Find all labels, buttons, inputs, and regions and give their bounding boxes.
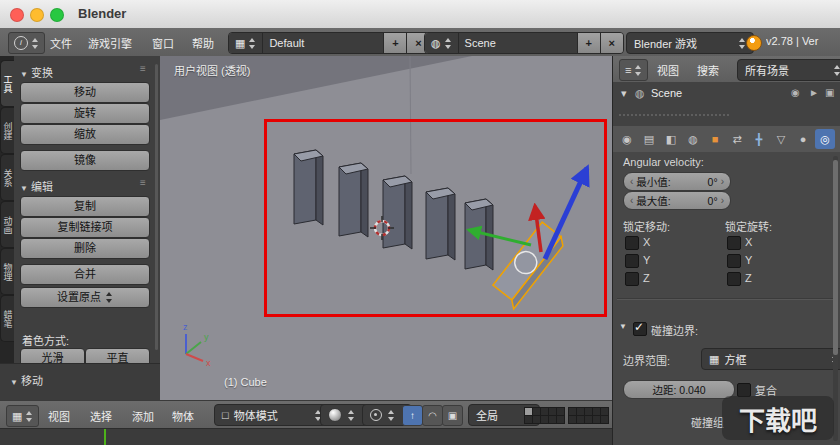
menu-outliner-view[interactable]: 视图 xyxy=(657,62,679,78)
panel-header-transform[interactable]: ▼变换 xyxy=(20,64,53,80)
mode-select[interactable]: □ 物体模式 xyxy=(214,404,330,426)
compound-checkbox[interactable] xyxy=(737,383,751,397)
scene-name[interactable]: Scene xyxy=(459,33,578,53)
duplicate-linked-button[interactable]: 复制链接项 xyxy=(20,217,150,238)
tab-object[interactable]: ■ xyxy=(705,129,725,149)
join-button[interactable]: 合并 xyxy=(20,264,150,285)
angular-velocity-max-field[interactable]: ‹ 最大值: 0° › xyxy=(623,191,731,210)
zoom-window-button[interactable] xyxy=(50,8,64,22)
lock-rot-z-checkbox[interactable] xyxy=(727,272,741,286)
lock-rot-y-checkbox[interactable] xyxy=(727,254,741,268)
manipulator-translate-toggle[interactable]: ↑ xyxy=(402,405,423,426)
tab-physics[interactable]: ◎ xyxy=(815,129,835,149)
close-window-button[interactable] xyxy=(10,8,24,22)
mirror-button[interactable]: 镜像 xyxy=(20,150,150,171)
add-layout-button[interactable]: + xyxy=(384,33,407,53)
axis-z-label: Z xyxy=(643,272,650,284)
lock-move-x-checkbox[interactable] xyxy=(625,236,639,250)
screen-layout-icon-segment[interactable]: ▦ xyxy=(229,33,263,53)
menu-add[interactable]: 添加 xyxy=(132,408,154,424)
panel-header-edit[interactable]: ▼编辑 xyxy=(20,178,53,194)
toolshelf-scrollbar[interactable] xyxy=(155,64,158,350)
redo-panel-header[interactable]: ▼移动 xyxy=(10,372,43,388)
layer-toggle[interactable] xyxy=(556,415,565,424)
lock-translation-label: 锁定移动: xyxy=(623,218,670,234)
tab-physics[interactable]: 物理 xyxy=(0,248,15,295)
tab-data[interactable]: ▽ xyxy=(771,129,791,149)
rotate-button[interactable]: 旋转 xyxy=(20,103,150,124)
increment-arrow-icon[interactable]: › xyxy=(721,176,724,187)
collision-bounds-checkbox[interactable]: ✓ xyxy=(633,322,647,336)
axis-x-label: X xyxy=(745,236,752,248)
delete-button[interactable]: 删除 xyxy=(20,238,150,259)
render-engine-select[interactable]: Blender 游戏 xyxy=(626,32,754,54)
editor-type-button-info[interactable]: i xyxy=(8,32,45,54)
tab-create[interactable]: 创建 xyxy=(0,107,15,154)
tab-render-layers[interactable]: ▤ xyxy=(639,129,659,149)
menu-window[interactable]: 窗口 xyxy=(152,35,174,51)
view-name-label: 用户视图 (透视) xyxy=(174,62,250,78)
manipulator-scale-toggle[interactable]: ▣ xyxy=(442,405,463,426)
editor-type-button-3dview[interactable]: ▦ xyxy=(6,405,39,427)
manipulator-rotate-toggle[interactable]: ◠ xyxy=(422,405,443,426)
increment-arrow-icon[interactable]: › xyxy=(721,195,724,206)
menu-object[interactable]: 物体 xyxy=(172,408,194,424)
add-scene-button[interactable]: + xyxy=(578,33,601,53)
collapse-icon: ▼ xyxy=(20,70,28,79)
close-scene-button[interactable]: × xyxy=(601,33,623,53)
outliner-display-filter[interactable]: 所有场景 xyxy=(737,59,840,81)
translate-button[interactable]: 移动 xyxy=(20,82,150,103)
tab-scene[interactable]: ◧ xyxy=(661,129,681,149)
tab-constraints[interactable]: ⇄ xyxy=(727,129,747,149)
axis-z-label: Z xyxy=(745,272,752,284)
menu-select[interactable]: 选择 xyxy=(90,408,112,424)
menu-help[interactable]: 帮助 xyxy=(192,35,214,51)
area-divider[interactable] xyxy=(612,56,613,445)
set-origin-menu[interactable]: 设置原点 xyxy=(20,287,150,308)
tab-tools[interactable]: 工具 xyxy=(0,60,15,107)
select-icon[interactable]: ► xyxy=(809,87,819,98)
scale-button[interactable]: 缩放 xyxy=(20,124,150,145)
screen-layout-name[interactable]: Default xyxy=(263,33,384,53)
bounds-type-select[interactable]: ▦ 方框 xyxy=(701,348,840,370)
scene-icon-segment[interactable]: ◍ xyxy=(425,33,459,53)
3d-viewport[interactable]: z y x 用户视图 (透视) (1) Cube xyxy=(160,56,612,400)
tab-grease-pencil[interactable]: 蜡笔 xyxy=(0,295,15,342)
redo-panel: ▼移动 xyxy=(0,363,161,401)
lock-move-y-checkbox[interactable] xyxy=(625,254,639,268)
timeline-strip[interactable] xyxy=(0,428,612,445)
minimize-window-button[interactable] xyxy=(30,8,44,22)
menu-file[interactable]: 文件 xyxy=(50,35,72,51)
lock-rot-x-checkbox[interactable] xyxy=(727,236,741,250)
outliner-item-scene[interactable]: Scene xyxy=(651,87,682,99)
decrement-arrow-icon[interactable]: ‹ xyxy=(630,176,633,187)
duplicate-button[interactable]: 复制 xyxy=(20,196,150,217)
editor-type-button-outliner[interactable]: ≡ xyxy=(619,59,648,81)
menu-outliner-search[interactable]: 搜索 xyxy=(697,62,719,78)
tab-render[interactable]: ◉ xyxy=(617,129,637,149)
bounds-label: 边界范围: xyxy=(623,352,670,368)
tab-world[interactable]: ◍ xyxy=(683,129,703,149)
toolshelf-tabs: 工具 创建 关系 动画 物理 蜡笔 xyxy=(0,56,14,363)
tab-material[interactable]: ● xyxy=(793,129,813,149)
object-icon: ■ xyxy=(712,133,719,145)
angular-velocity-min-field[interactable]: ‹ 最小值: 0° › xyxy=(623,172,731,191)
tab-modifiers[interactable]: ╋ xyxy=(749,129,769,149)
render-layers-icon: ▤ xyxy=(644,133,654,146)
chevron-updown-icon xyxy=(833,65,840,76)
tab-relations[interactable]: 关系 xyxy=(0,154,15,201)
margin-field[interactable]: 边距: 0.040 xyxy=(623,380,735,399)
tab-animation[interactable]: 动画 xyxy=(0,201,15,248)
collision-bounds-header[interactable]: 碰撞边界: xyxy=(651,322,698,338)
properties-scrollbar-thumb[interactable] xyxy=(833,160,838,355)
menu-view[interactable]: 视图 xyxy=(48,408,70,424)
render-restrict-icon[interactable]: ▣ xyxy=(825,87,834,98)
menu-game-engine[interactable]: 游戏引擎 xyxy=(88,35,132,51)
outliner-header: ≡ 视图 搜索 所有场景 xyxy=(612,56,840,83)
collapse-icon[interactable]: ▼ xyxy=(619,322,627,331)
disclosure-icon[interactable]: ▾ xyxy=(621,87,627,100)
eye-icon[interactable]: ◉ xyxy=(791,87,800,98)
decrement-arrow-icon[interactable]: ‹ xyxy=(630,195,633,206)
lock-move-z-checkbox[interactable] xyxy=(625,272,639,286)
layer-toggle[interactable] xyxy=(600,415,609,424)
